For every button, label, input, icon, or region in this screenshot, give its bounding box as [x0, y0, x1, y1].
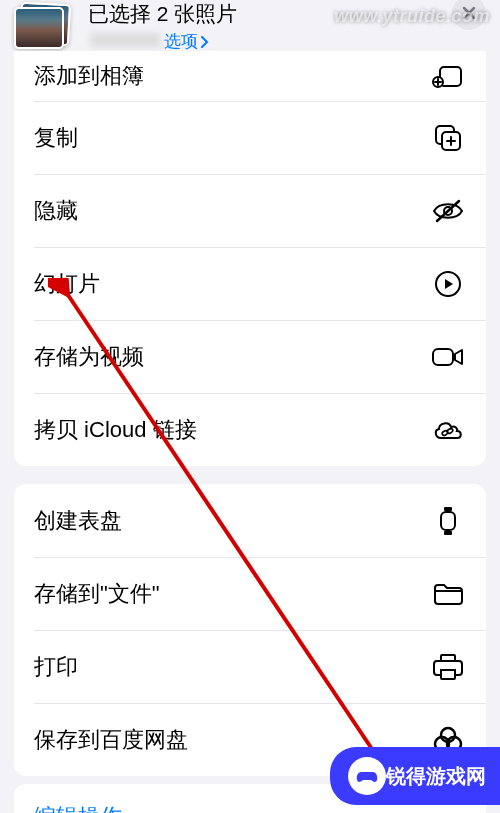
svg-rect-7	[433, 349, 453, 365]
row-create-watchface[interactable]: 创建表盘	[14, 484, 486, 557]
row-label: 保存到百度网盘	[34, 725, 188, 755]
folder-icon	[430, 581, 466, 607]
action-group-2: 创建表盘 存储到"文件" 打印 保存到百度网盘	[14, 484, 486, 776]
row-save-to-files[interactable]: 存储到"文件"	[14, 557, 486, 630]
row-save-video[interactable]: 存储为视频	[14, 320, 486, 393]
row-label: 创建表盘	[34, 506, 122, 536]
action-group-1: 添加到相簿 复制 隐藏 幻灯片 存储为视频 拷贝 iCloud 链接	[14, 51, 486, 466]
svg-rect-11	[444, 507, 452, 511]
row-hide[interactable]: 隐藏	[14, 174, 486, 247]
controller-icon	[355, 764, 379, 788]
row-label: 打印	[34, 652, 78, 682]
watch-icon	[430, 505, 466, 537]
row-slideshow[interactable]: 幻灯片	[14, 247, 486, 320]
svg-rect-10	[441, 512, 455, 530]
watermark-url: www.ytruide.com	[334, 6, 490, 27]
cloud-link-icon	[430, 418, 466, 442]
chevron-right-icon	[200, 35, 210, 49]
print-icon	[430, 652, 466, 682]
row-copy-icloud-link[interactable]: 拷贝 iCloud 链接	[14, 393, 486, 466]
row-copy[interactable]: 复制	[14, 101, 486, 174]
row-label: 隐藏	[34, 196, 78, 226]
video-icon	[430, 345, 466, 369]
row-label: 存储到"文件"	[34, 579, 160, 609]
options-link[interactable]: 选项	[164, 30, 210, 53]
svg-point-9	[446, 427, 453, 433]
svg-rect-12	[444, 531, 452, 535]
row-add-to-album[interactable]: 添加到相簿	[14, 51, 486, 101]
row-label: 幻灯片	[34, 269, 100, 299]
play-icon	[430, 269, 466, 299]
row-print[interactable]: 打印	[14, 630, 486, 703]
site-badge: 锐得游戏网	[330, 747, 500, 805]
row-label: 存储为视频	[34, 342, 144, 372]
hide-icon	[430, 198, 466, 224]
photo-thumbnail-stack[interactable]	[14, 3, 72, 51]
row-label: 复制	[34, 123, 78, 153]
badge-text: 锐得游戏网	[386, 763, 486, 790]
row-label: 添加到相簿	[34, 61, 144, 91]
row-label: 拷贝 iCloud 链接	[34, 415, 197, 445]
redacted-area	[90, 33, 160, 47]
copy-icon	[430, 123, 466, 153]
svg-rect-15	[441, 670, 455, 679]
add-to-album-icon	[430, 63, 466, 89]
